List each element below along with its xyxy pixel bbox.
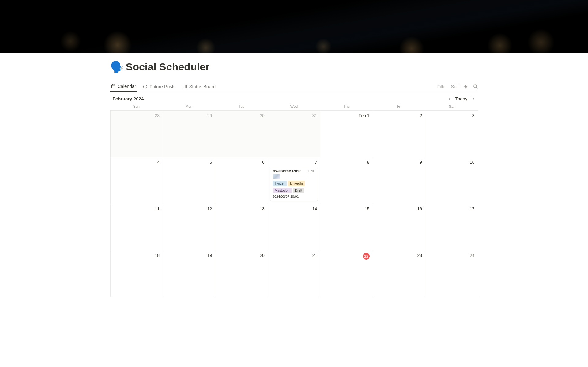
calendar-day[interactable]: 9 [373,157,425,204]
calendar-day[interactable]: 12 [163,204,215,250]
next-month-button[interactable] [471,97,476,101]
day-number: 10 [428,160,474,165]
day-number: 8 [323,160,369,165]
day-number: 3 [428,113,474,118]
day-number: 19 [166,253,212,258]
dow-label: Tue [215,104,268,109]
tag-draft: Draft [293,188,304,193]
today-badge: 22 [363,253,370,260]
svg-rect-0 [111,85,115,88]
cover-image [0,0,588,53]
dow-label: Fri [373,104,425,109]
day-number: 9 [376,160,422,165]
calendar-day[interactable]: 2 [373,111,425,157]
day-number: 5 [166,160,212,165]
chevron-left-icon [447,97,451,101]
day-number: 31 [271,113,317,118]
day-number: 17 [428,206,474,211]
chevron-right-icon [471,97,476,101]
calendar-day[interactable]: Feb 1 [320,111,373,157]
calendar-day[interactable]: 22 [320,250,373,297]
dow-label: Wed [268,104,320,109]
calendar-week: 11121314151617 [111,204,478,250]
calendar-day[interactable]: 5 [163,157,215,204]
prev-month-button[interactable] [447,97,451,101]
day-number: 23 [376,253,422,258]
day-number: 15 [323,206,369,211]
dow-label: Thu [320,104,373,109]
title-row: 🗣️ Social Scheduler [110,53,478,73]
day-number: 29 [166,113,212,118]
calendar-day[interactable]: 17 [425,204,478,250]
today-button[interactable]: Today [455,96,467,101]
day-number: Feb 1 [323,113,369,118]
svg-line-9 [476,87,477,88]
day-number: 28 [114,113,160,118]
search-button[interactable] [473,84,478,89]
day-number: 14 [271,206,317,211]
day-number: 7 [271,160,317,165]
calendar-day[interactable]: 29 [163,111,215,157]
day-of-week-header: SunMonTueWedThuFriSat [110,104,478,110]
event-tags: TwitterLinkedInMastodonDraft [273,181,315,193]
sort-button[interactable]: Sort [451,84,459,89]
event-time: 10:01 [308,170,315,173]
search-icon [473,84,478,89]
day-number: 16 [376,206,422,211]
calendar-day[interactable]: 23 [373,250,425,297]
clock-icon [143,84,148,89]
day-number: 18 [114,253,160,258]
calendar-day[interactable]: 20 [215,250,268,297]
calendar-day[interactable]: 18 [111,250,163,297]
dow-label: Sat [425,104,478,109]
calendar-day[interactable]: 4 [111,157,163,204]
day-number: 2 [376,113,422,118]
calendar-day[interactable]: 6 [215,157,268,204]
calendar-day[interactable]: 3 [425,111,478,157]
calendar-icon [111,84,116,89]
page-title[interactable]: Social Scheduler [126,61,210,73]
calendar-day[interactable]: 21 [268,250,320,297]
calendar-day[interactable]: 14 [268,204,320,250]
calendar-grid: 28293031Feb 1234567Awesome Post10:01Twit… [110,110,478,297]
day-number: 11 [114,206,160,211]
calendar-day[interactable]: 24 [425,250,478,297]
view-tabs-row: CalendarFuture PostsStatus Board Filter … [110,81,478,92]
board-icon [182,84,187,89]
page-icon[interactable]: 🗣️ [110,62,124,73]
calendar-day[interactable]: 30 [215,111,268,157]
tab-calendar[interactable]: Calendar [110,82,137,92]
tab-future[interactable]: Future Posts [142,82,176,92]
calendar-day[interactable]: 19 [163,250,215,297]
toolbar: Filter Sort [437,84,478,89]
calendar-day[interactable]: 31 [268,111,320,157]
dow-label: Sun [110,104,163,109]
calendar-day[interactable]: 13 [215,204,268,250]
calendar-day[interactable]: 15 [320,204,373,250]
svg-rect-5 [183,85,187,88]
calendar-day[interactable]: 11 [111,204,163,250]
day-number: 30 [218,113,264,118]
event-datetime: 2024/02/07 10:01 [273,195,315,198]
calendar-day[interactable]: 16 [373,204,425,250]
calendar-day[interactable]: 10 [425,157,478,204]
automations-button[interactable] [463,84,469,89]
svg-point-8 [473,85,476,88]
day-number: 20 [218,253,264,258]
month-label: February 2024 [113,96,144,101]
tag-twitter: Twitter [273,181,287,186]
calendar-week: 18192021222324 [111,250,478,297]
day-number: 13 [218,206,264,211]
event-card[interactable]: Awesome Post10:01TwitterLinkedInMastodon… [270,167,318,201]
day-number: 24 [428,253,474,258]
calendar-day[interactable]: 7Awesome Post10:01TwitterLinkedInMastodo… [268,157,320,204]
filter-button[interactable]: Filter [437,84,447,89]
tab-label: Status Board [189,84,216,89]
tab-label: Calendar [118,84,136,89]
tab-status[interactable]: Status Board [182,82,216,92]
tag-linkedin: LinkedIn [288,181,305,186]
event-thumbnail [273,174,280,179]
day-number: 4 [114,160,160,165]
calendar-day[interactable]: 8 [320,157,373,204]
calendar-day[interactable]: 28 [111,111,163,157]
